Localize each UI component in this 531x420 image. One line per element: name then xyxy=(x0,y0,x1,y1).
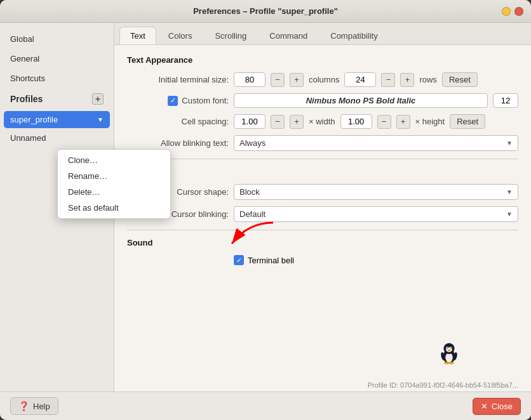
context-menu-clone[interactable]: Clone… xyxy=(58,152,170,168)
font-name-display[interactable]: Nimbus Mono PS Bold Italic xyxy=(234,93,488,108)
tabs-bar: Text Colors Scrolling Command Compatibil… xyxy=(114,23,531,45)
cursor-shape-dropdown[interactable]: Block ▼ xyxy=(234,184,518,200)
blink-text-row: Allow blinking text: Always ▼ xyxy=(127,135,518,151)
profile-name-label: super_profile xyxy=(10,115,58,124)
cursor-blinking-dropdown[interactable]: Default ▼ xyxy=(234,206,518,222)
initial-size-label: Initial terminal size: xyxy=(127,75,229,84)
cell-spacing-reset-button[interactable]: Reset xyxy=(450,114,485,129)
tab-scrolling[interactable]: Scrolling xyxy=(204,27,257,44)
tab-colors[interactable]: Colors xyxy=(158,27,203,44)
rows-decrement-button[interactable]: − xyxy=(381,73,395,87)
tab-text[interactable]: Text xyxy=(119,27,156,44)
titlebar: Preferences – Profile "super_profile" xyxy=(0,0,531,23)
bottom-bar: ❓ Help ✕ Close xyxy=(0,391,531,420)
help-button[interactable]: ❓ Help xyxy=(10,397,58,415)
columns-decrement-button[interactable]: − xyxy=(271,73,285,87)
cursor-blinking-value: Default xyxy=(239,209,266,219)
initial-size-row: Initial terminal size: − + columns − + r… xyxy=(127,72,518,87)
blink-text-value: Always xyxy=(239,138,266,148)
close-icon: ✕ xyxy=(481,402,488,411)
height-decrement-button[interactable]: − xyxy=(377,115,391,129)
svg-point-9 xyxy=(448,350,451,351)
sound-divider xyxy=(127,230,518,230)
custom-font-row: ✓ Custom font: Nimbus Mono PS Bold Itali… xyxy=(127,93,518,108)
cell-spacing-label: Cell spacing: xyxy=(127,117,229,126)
text-appearance-section-title: Text Appearance xyxy=(127,55,518,65)
svg-point-2 xyxy=(445,353,452,362)
cursor-shape-row: Cursor shape: Block ▼ xyxy=(127,184,518,200)
context-menu-rename[interactable]: Rename… xyxy=(58,168,170,184)
panel-content: Text Appearance Initial terminal size: −… xyxy=(114,45,531,377)
initial-size-reset-button[interactable]: Reset xyxy=(442,72,478,87)
width-increment-button[interactable]: + xyxy=(290,115,304,129)
window-title: Preferences – Profile "super_profile" xyxy=(193,6,338,16)
window-controls xyxy=(502,7,523,16)
cursor-shape-arrow: ▼ xyxy=(506,188,513,195)
profile-dropdown-arrow: ▼ xyxy=(97,116,104,123)
profile-id-text: Profile ID: 0704a991-f0f2-4646-bb54-518f… xyxy=(368,381,518,389)
tab-compatibility[interactable]: Compatibility xyxy=(319,27,388,44)
terminal-bell-checkbox-row: ✓ Terminal bell xyxy=(234,255,294,265)
blink-text-dropdown[interactable]: Always ▼ xyxy=(234,135,518,151)
profiles-label: Profiles xyxy=(10,94,43,104)
blink-text-label: Allow blinking text: xyxy=(127,138,229,148)
cursor-blinking-arrow: ▼ xyxy=(506,211,513,218)
sidebar-item-super-profile[interactable]: super_profile ▼ xyxy=(4,111,110,128)
svg-point-8 xyxy=(450,347,452,348)
cell-spacing-row: Cell spacing: − + × width − + × height R… xyxy=(127,114,518,129)
custom-font-checkbox[interactable]: ✓ xyxy=(168,96,178,106)
cursor-shape-value: Block xyxy=(239,187,260,197)
custom-font-text-label: Custom font: xyxy=(182,96,229,105)
minimize-button[interactable] xyxy=(502,7,511,16)
rows-increment-button[interactable]: + xyxy=(400,73,414,87)
svg-point-12 xyxy=(444,362,449,364)
penguin-mascot xyxy=(437,341,461,365)
help-icon: ❓ xyxy=(18,401,29,411)
sidebar: Global General Shortcuts Profiles + supe… xyxy=(0,23,114,391)
section-divider xyxy=(127,159,518,159)
sidebar-item-unnamed[interactable]: Unnamed xyxy=(0,129,114,147)
height-label: × height xyxy=(415,117,445,126)
custom-font-label: ✓ Custom font: xyxy=(127,96,229,106)
columns-label: columns xyxy=(309,75,339,84)
width-label: × width xyxy=(309,117,335,126)
width-decrement-button[interactable]: − xyxy=(271,115,285,129)
context-menu-delete[interactable]: Delete… xyxy=(58,184,170,200)
context-menu-set-default[interactable]: Set as default xyxy=(58,200,170,216)
close-button[interactable]: ✕ Close xyxy=(473,398,521,415)
svg-point-6 xyxy=(447,347,448,348)
main-content: Global General Shortcuts Profiles + supe… xyxy=(0,23,531,391)
profiles-section-header: Profiles + xyxy=(0,88,114,110)
right-panel: Text Colors Scrolling Command Compatibil… xyxy=(114,23,531,391)
rows-label: rows xyxy=(419,75,436,84)
context-menu: Clone… Rename… Delete… Set as default xyxy=(57,149,171,219)
font-size-display[interactable]: 12 xyxy=(493,93,518,108)
close-label: Close xyxy=(492,402,513,411)
profile-id-bar: Profile ID: 0704a991-f0f2-4646-bb54-518f… xyxy=(114,377,531,391)
terminal-bell-label: Terminal bell xyxy=(248,256,294,265)
help-label: Help xyxy=(33,402,50,411)
blink-dropdown-arrow: ▼ xyxy=(506,140,513,147)
svg-point-13 xyxy=(449,362,454,364)
cursor-blinking-row: Cursor blinking: Default ▼ xyxy=(127,206,518,222)
terminal-bell-row: ✓ Terminal bell xyxy=(127,255,518,265)
width-spacing-input[interactable] xyxy=(234,114,266,129)
terminal-bell-checkbox[interactable]: ✓ xyxy=(234,255,244,265)
height-spacing-input[interactable] xyxy=(340,114,372,129)
sidebar-item-general[interactable]: General xyxy=(0,49,114,69)
preferences-window: Preferences – Profile "super_profile" Gl… xyxy=(0,0,531,420)
columns-increment-button[interactable]: + xyxy=(290,73,304,87)
close-window-button[interactable] xyxy=(514,7,523,16)
columns-input[interactable] xyxy=(234,72,266,87)
cursor-section-title: Cursor xyxy=(127,167,518,176)
sidebar-item-global[interactable]: Global xyxy=(0,29,114,49)
height-increment-button[interactable]: + xyxy=(396,115,410,129)
rows-input[interactable] xyxy=(344,72,376,87)
add-profile-button[interactable]: + xyxy=(92,93,104,105)
tab-command[interactable]: Command xyxy=(259,27,318,44)
sidebar-item-shortcuts[interactable]: Shortcuts xyxy=(0,69,114,88)
sound-section-title: Sound xyxy=(127,238,518,247)
